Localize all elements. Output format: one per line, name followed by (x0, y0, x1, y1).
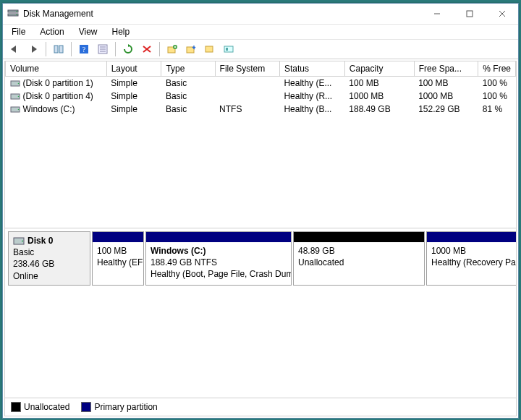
svg-rect-23 (206, 46, 213, 52)
cell-fs (215, 90, 279, 103)
cell-status: Healthy (B... (279, 103, 344, 116)
disk-size: 238.46 GB (13, 258, 85, 270)
app-icon (7, 8, 19, 20)
table-row[interactable]: Windows (C:)SimpleBasicNTFSHealthy (B...… (6, 103, 516, 116)
action-icon[interactable] (201, 40, 219, 58)
partition[interactable]: 100 MBHealthy (EFI S (92, 231, 144, 286)
disk-info[interactable]: Disk 0 Basic 238.46 GB Online (8, 231, 90, 286)
swatch-unallocated-icon (11, 402, 21, 412)
disk-row: Disk 0 Basic 238.46 GB Online 100 MBHeal… (8, 231, 513, 286)
partition-status: Healthy (Boot, Page File, Crash Dump, B (151, 268, 287, 280)
show-hide-tree-icon[interactable] (50, 40, 67, 58)
cell-pctfree: 81 % (478, 103, 516, 116)
cell-volume: (Disk 0 partition 1) (6, 77, 107, 90)
forward-arrow-icon[interactable] (25, 40, 42, 58)
disk-name: Disk 0 (27, 236, 53, 246)
help-icon[interactable]: ? (75, 40, 93, 58)
col-type[interactable]: Type (161, 61, 215, 77)
legend-unallocated: Unallocated (11, 402, 69, 413)
partition-stripe (146, 232, 291, 242)
menubar: File Action View Help (3, 25, 518, 40)
svg-rect-25 (226, 48, 228, 51)
svg-point-2 (16, 11, 17, 12)
partition-sub: 188.49 GB NTFS (151, 257, 287, 268)
svg-rect-9 (59, 46, 63, 53)
toolbar-separator (115, 42, 116, 56)
partition-stripe (427, 232, 516, 242)
disk-icon (13, 236, 25, 247)
toolbar-separator (71, 42, 72, 56)
properties-icon[interactable] (94, 40, 111, 58)
menu-file[interactable]: File (6, 25, 31, 38)
svg-point-29 (17, 96, 19, 98)
cell-capacity: 100 MB (344, 77, 414, 90)
col-fs[interactable]: File System (215, 61, 279, 77)
partition[interactable]: 48.89 GBUnallocated (293, 231, 425, 286)
table-row[interactable]: (Disk 0 partition 1)SimpleBasicHealthy (… (6, 77, 516, 90)
legend-primary: Primary partition (81, 402, 157, 413)
partition-sub: 1000 MB (431, 245, 516, 257)
close-button[interactable] (486, 4, 518, 24)
cell-type: Basic (161, 77, 215, 90)
menu-action[interactable]: Action (34, 25, 69, 38)
cell-layout: Simple (106, 90, 161, 103)
cell-volume: Windows (C:) (6, 103, 107, 116)
disk-map-pane[interactable]: Disk 0 Basic 238.46 GB Online 100 MBHeal… (5, 228, 516, 398)
cell-layout: Simple (106, 77, 161, 90)
create-vhd-icon[interactable] (164, 40, 181, 58)
window-controls (420, 4, 518, 24)
svg-point-3 (16, 14, 17, 16)
cell-free: 152.29 GB (414, 103, 478, 116)
maximize-button[interactable] (453, 4, 486, 24)
cell-type: Basic (161, 103, 215, 116)
svg-point-31 (17, 109, 19, 111)
legend: Unallocated Primary partition (5, 398, 516, 416)
volume-list-pane[interactable]: Volume Layout Type File System Status Ca… (5, 61, 516, 228)
volume-icon (10, 80, 20, 88)
settings-icon[interactable] (220, 40, 237, 58)
partition-sub: 48.89 GB (298, 245, 420, 257)
cell-fs: NTFS (215, 103, 279, 116)
svg-point-27 (17, 83, 19, 85)
cell-status: Healthy (E... (279, 77, 344, 90)
menu-view[interactable]: View (73, 25, 103, 38)
volume-icon (10, 106, 20, 114)
partition[interactable]: Windows (C:)188.49 GB NTFSHealthy (Boot,… (145, 231, 292, 286)
svg-text:?: ? (82, 46, 86, 53)
col-layout[interactable]: Layout (106, 61, 161, 77)
partition-status: Unallocated (298, 257, 420, 268)
col-volume[interactable]: Volume (6, 61, 107, 77)
disk-management-window: Disk Management File Action View Help ? … (2, 3, 519, 419)
cell-free: 1000 MB (414, 90, 478, 103)
table-row[interactable]: (Disk 0 partition 4)SimpleBasicHealthy (… (6, 90, 516, 103)
volume-icon (10, 93, 20, 101)
attach-vhd-icon[interactable] (182, 40, 200, 58)
cell-status: Healthy (R... (279, 90, 344, 103)
col-status[interactable]: Status (279, 61, 344, 77)
cell-free: 100 MB (414, 77, 478, 90)
back-arrow-icon[interactable] (6, 40, 23, 58)
svg-rect-5 (467, 11, 473, 17)
partition[interactable]: 1000 MBHealthy (Recovery Pa (426, 231, 516, 286)
cell-pctfree: 100 % (478, 77, 516, 90)
toolbar: ? (3, 40, 518, 59)
refresh-icon[interactable] (119, 40, 137, 58)
swatch-primary-icon (81, 402, 91, 412)
partition-stripe (93, 232, 143, 242)
window-title: Disk Management (23, 9, 420, 19)
partition-name: Windows (C:) (151, 245, 287, 257)
svg-rect-24 (224, 46, 233, 52)
partition-stripe (294, 232, 424, 242)
svg-point-33 (22, 240, 23, 241)
partitions: 100 MBHealthy (EFI SWindows (C:)188.49 G… (90, 231, 516, 286)
delete-icon[interactable] (138, 40, 156, 58)
toolbar-separator (46, 42, 46, 56)
minimize-button[interactable] (420, 4, 453, 24)
svg-rect-8 (54, 46, 58, 53)
col-pctfree[interactable]: % Free (478, 61, 516, 77)
col-free[interactable]: Free Spa... (414, 61, 478, 77)
col-capacity[interactable]: Capacity (344, 61, 414, 77)
menu-help[interactable]: Help (106, 25, 136, 38)
cell-layout: Simple (106, 103, 161, 116)
titlebar: Disk Management (3, 4, 518, 25)
